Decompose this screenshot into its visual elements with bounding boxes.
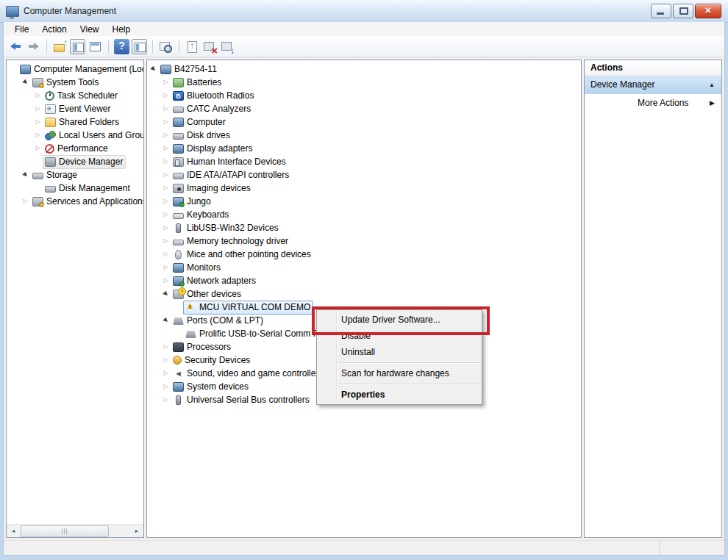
tree-item-memory-technology-driver[interactable]: ▷Memory technology driver — [147, 234, 581, 248]
tree-item-label: Security Devices — [184, 355, 250, 365]
scrollbar-thumb[interactable] — [21, 525, 109, 537]
menu-view[interactable]: View — [74, 23, 106, 36]
tree-item-label: Disk drives — [186, 130, 230, 140]
expand-expander-icon[interactable]: ▷ — [161, 76, 171, 89]
close-button[interactable] — [695, 4, 721, 18]
tree-item-label: Ports (COM & LPT) — [186, 315, 263, 326]
tree-item-keyboards[interactable]: ▷Keyboards — [147, 208, 581, 221]
tree-item-human-interface-devices[interactable]: ▷Human Interface Devices — [147, 155, 581, 168]
tree-item-ide-ata-atapi-controllers[interactable]: ▷IDE ATA/ATAPI controllers — [147, 168, 581, 182]
expand-expander-icon[interactable]: ▷ — [33, 142, 43, 155]
minimize-button[interactable] — [651, 4, 671, 18]
expand-expander-icon[interactable]: ▷ — [161, 340, 171, 353]
maximize-button[interactable] — [673, 4, 693, 18]
expand-expander-icon[interactable]: ▷ — [161, 182, 171, 195]
tree-item-monitors[interactable]: ▷Monitors — [147, 261, 581, 274]
tree-item-label: Event Viewer — [58, 104, 110, 114]
help-icon[interactable] — [114, 39, 129, 54]
tree-item-performance[interactable]: ▷Performance — [7, 142, 143, 155]
expand-expander-icon[interactable]: ▷ — [33, 102, 43, 115]
scroll-right-arrow-icon[interactable]: ► — [131, 525, 143, 536]
tree-item-imaging-devices[interactable]: ▷Imaging devices — [147, 182, 581, 195]
expand-expander-icon[interactable]: ▷ — [161, 168, 171, 182]
expand-expander-icon[interactable]: ▷ — [161, 274, 171, 287]
context-menu-item-scan-for-hardware-changes[interactable]: Scan for hardware changes — [317, 365, 482, 381]
menu-action[interactable]: Action — [35, 23, 73, 36]
expand-expander-icon[interactable]: ▷ — [161, 248, 171, 261]
tree-item-local-users-and-groups[interactable]: ▷Local Users and Groups — [7, 129, 143, 142]
expand-expander-icon[interactable]: ▷ — [161, 380, 171, 393]
tree-item-b42754-11[interactable]: ▶B42754-11 — [147, 62, 581, 76]
tree-item-device-manager[interactable]: Device Manager — [7, 155, 143, 168]
title-bar[interactable]: Computer Management — [0, 0, 728, 23]
tree-item-disk-drives[interactable]: ▷Disk drives — [147, 129, 581, 142]
tree-item-catc-analyzers[interactable]: ▷CATC Analyzers — [147, 102, 581, 115]
tree-item-display-adapters[interactable]: ▷Display adapters — [147, 142, 581, 155]
context-menu-item-properties[interactable]: Properties — [317, 387, 482, 403]
tree-item-batteries[interactable]: ▷Batteries — [147, 76, 581, 89]
expand-expander-icon[interactable]: ▷ — [21, 195, 30, 208]
expand-expander-icon[interactable]: ▷ — [161, 353, 171, 367]
horizontal-scrollbar[interactable]: ◄ ► — [7, 524, 143, 537]
expand-expander-icon[interactable]: ▷ — [161, 208, 171, 221]
tree-item-task-scheduler[interactable]: ▷Task Scheduler — [7, 89, 143, 102]
tree-item-shared-folders[interactable]: ▷Shared Folders — [7, 115, 143, 129]
expand-expander-icon[interactable]: ▷ — [161, 393, 171, 406]
forward-icon[interactable] — [26, 39, 41, 54]
actions-pane: Actions Device Manager ▲ More Actions ▶ — [584, 60, 722, 538]
tree-item-mice-and-other-pointing-devices[interactable]: ▷Mice and other pointing devices — [147, 248, 581, 261]
scroll-left-arrow-icon[interactable]: ◄ — [7, 525, 19, 536]
back-icon[interactable] — [8, 39, 24, 54]
tree-item-storage[interactable]: ▶Storage — [7, 168, 143, 182]
expand-expander-icon[interactable]: ▷ — [33, 115, 43, 129]
more-actions-label: More Actions — [638, 98, 688, 108]
expand-expander-icon[interactable]: ▷ — [161, 89, 171, 102]
expand-expander-icon[interactable]: ▷ — [161, 261, 171, 274]
actions-group-device-manager[interactable]: Device Manager ▲ — [585, 76, 721, 94]
tree-item-computer-management-local[interactable]: Computer Management (Local) — [7, 62, 143, 76]
tree-item-disk-management[interactable]: Disk Management — [7, 182, 143, 195]
uninstall-device-icon[interactable] — [202, 39, 218, 54]
expand-expander-icon[interactable]: ▷ — [161, 367, 171, 380]
expand-expander-icon[interactable]: ▷ — [161, 129, 171, 142]
up-folder-icon[interactable] — [52, 39, 68, 54]
expand-expander-icon[interactable]: ▷ — [33, 89, 43, 102]
menu-file[interactable]: File — [8, 23, 35, 36]
context-menu-item-disable[interactable]: Disable — [317, 328, 482, 344]
tree-item-computer[interactable]: ▷Computer — [147, 115, 581, 129]
context-menu-item-update-driver-software[interactable]: Update Driver Software... — [317, 312, 482, 328]
expand-expander-icon[interactable]: ▷ — [161, 234, 171, 248]
export-list-icon[interactable] — [88, 39, 103, 54]
expand-expander-icon[interactable]: ▷ — [161, 221, 171, 234]
expand-expander-icon[interactable]: ▷ — [161, 102, 171, 115]
more-actions-item[interactable]: More Actions ▶ — [585, 94, 721, 112]
tree-item-event-viewer[interactable]: ▷Event Viewer — [7, 102, 143, 115]
sound-icon — [173, 369, 184, 378]
show-action-pane-icon[interactable] — [132, 39, 147, 54]
usb-controller-icon — [176, 395, 181, 405]
context-menu-item-uninstall[interactable]: Uninstall — [317, 344, 482, 360]
expand-expander-icon[interactable]: ▷ — [161, 115, 171, 129]
tree-item-bluetooth-radios[interactable]: ▷Bluetooth Radios — [147, 89, 581, 102]
update-driver-icon[interactable] — [185, 39, 200, 54]
expand-expander-icon[interactable]: ▷ — [33, 129, 43, 142]
context-menu-separator — [338, 362, 481, 363]
tree-item-jungo[interactable]: ▷Jungo — [147, 195, 581, 208]
expand-expander-icon[interactable]: ▷ — [161, 142, 171, 155]
menu-help[interactable]: Help — [106, 23, 138, 36]
tree-item-services-and-applications[interactable]: ▷Services and Applications — [7, 195, 143, 208]
tree-item-system-tools[interactable]: ▶System Tools — [7, 76, 143, 89]
expand-expander-icon[interactable]: ▷ — [161, 195, 171, 208]
tree-item-libusb-win32-devices[interactable]: ▷LibUSB-Win32 Devices — [147, 221, 581, 234]
expand-expander-icon[interactable]: ▷ — [161, 155, 171, 168]
tree-item-label: Services and Applications — [46, 196, 144, 207]
tree-item-other-devices[interactable]: ▶Other devices — [147, 287, 581, 301]
shared-folders-icon — [45, 118, 56, 127]
chevron-up-icon[interactable]: ▲ — [709, 76, 715, 93]
status-bar-segment — [4, 541, 659, 555]
toolbar-separator — [179, 40, 179, 53]
tree-item-network-adapters[interactable]: ▷Network adapters — [147, 274, 581, 287]
scan-hardware-changes-icon[interactable] — [220, 39, 235, 54]
properties-magnifier-icon[interactable] — [158, 39, 174, 54]
show-console-tree-icon[interactable] — [70, 39, 85, 54]
